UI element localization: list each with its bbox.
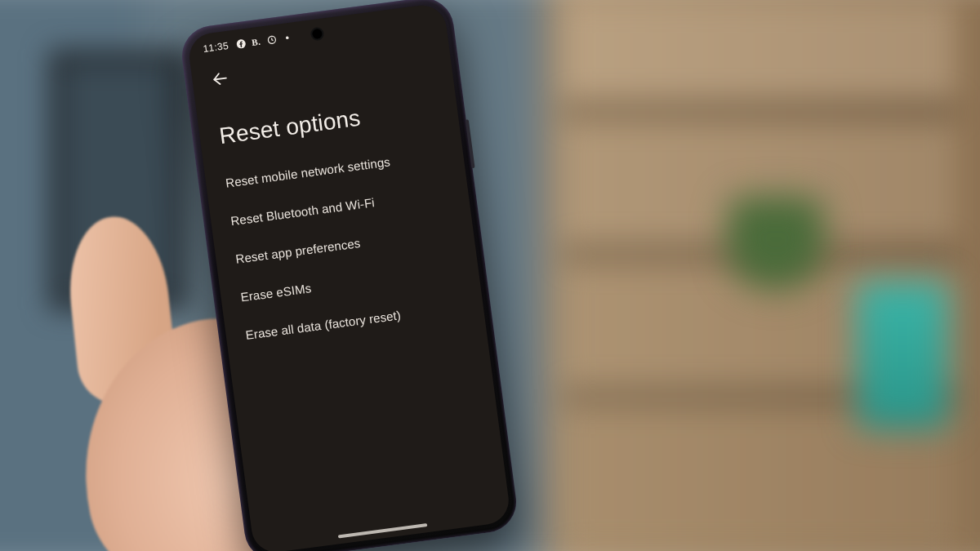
- back-button[interactable]: [202, 60, 238, 97]
- background-book: [858, 282, 947, 429]
- option-label: Erase eSIMs: [240, 281, 312, 304]
- bold-icon: B.: [251, 37, 261, 47]
- background-plant: [727, 196, 825, 327]
- option-label: Reset Bluetooth and Wi-Fi: [229, 195, 375, 228]
- status-time: 11:35: [203, 40, 229, 55]
- clock-icon: [266, 34, 277, 45]
- facebook-icon: [235, 38, 246, 49]
- svg-point-2: [285, 36, 288, 39]
- dot-icon: [282, 33, 292, 43]
- option-label: Reset app preferences: [234, 236, 361, 266]
- reset-options-list: Reset mobile network settings Reset Blue…: [203, 128, 487, 362]
- arrow-left-icon: [210, 69, 230, 89]
- option-label: Erase all data (factory reset): [245, 308, 402, 342]
